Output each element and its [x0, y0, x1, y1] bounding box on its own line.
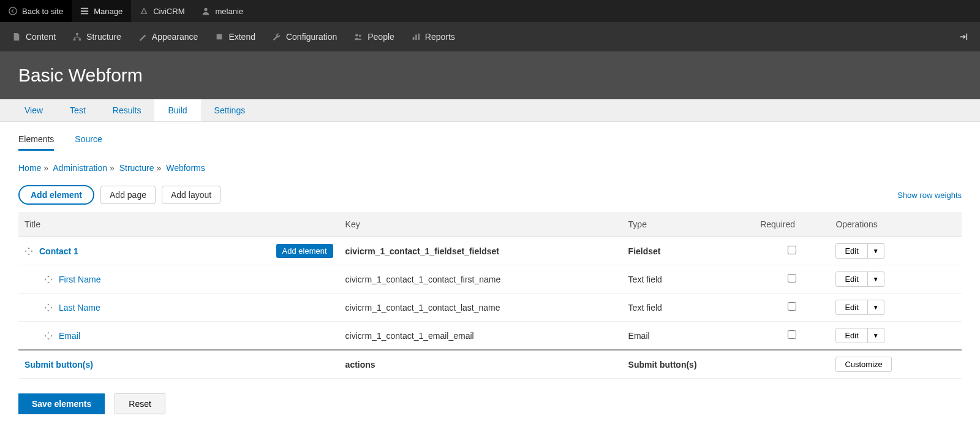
user-icon [202, 7, 210, 15]
manage-label: Manage [94, 7, 123, 16]
th-type: Type [622, 212, 755, 237]
edit-button[interactable]: Edit [835, 243, 867, 259]
table-row: Submit button(s)actionsSubmit button(s)C… [18, 350, 962, 379]
row-title-link[interactable]: Last Name [59, 303, 100, 313]
user-link[interactable]: melanie [193, 0, 252, 22]
file-icon [12, 32, 21, 41]
tab-settings[interactable]: Settings [201, 99, 259, 121]
operations-dropdown[interactable]: ▼ [868, 271, 884, 287]
customize-button[interactable]: Customize [835, 357, 891, 372]
row-type: Text field [622, 294, 755, 322]
drag-icon[interactable] [44, 332, 53, 340]
row-title-link[interactable]: Contact 1 [39, 246, 78, 256]
manage-link[interactable]: Manage [72, 0, 131, 22]
table-row: Contact 1Add elementcivicrm_1_contact_1_… [18, 237, 962, 265]
civicrm-label: CiviCRM [153, 7, 184, 16]
tab-view[interactable]: View [11, 99, 56, 121]
row-key: civicrm_1_contact_1_contact_first_name [339, 265, 622, 294]
row-add-element-button[interactable]: Add element [276, 244, 333, 258]
save-button[interactable]: Save elements [18, 393, 105, 414]
collapse-icon [959, 32, 968, 41]
civicrm-icon [140, 7, 148, 15]
chart-icon [412, 32, 420, 41]
menu-extend[interactable]: Extend [206, 22, 264, 51]
secondary-tabs: Elements Source [0, 122, 980, 151]
row-type: Email [622, 322, 755, 351]
hamburger-icon [80, 7, 89, 15]
menu-reports[interactable]: Reports [403, 22, 464, 51]
back-label: Back to site [22, 7, 63, 16]
tab-results[interactable]: Results [99, 99, 155, 121]
svg-rect-9 [415, 35, 417, 40]
row-key: civicrm_1_contact_1_contact_last_name [339, 294, 622, 322]
edit-button[interactable]: Edit [835, 271, 867, 287]
wand-icon [138, 32, 147, 41]
subtab-elements[interactable]: Elements [18, 129, 54, 151]
drag-icon[interactable] [44, 303, 53, 312]
form-actions: Save elements Reset [18, 393, 962, 414]
svg-rect-8 [413, 37, 415, 40]
breadcrumb: Home» Administration» Structure» Webform… [18, 163, 962, 173]
show-weights-link[interactable]: Show row weights [897, 191, 962, 200]
th-operations: Operations [829, 212, 962, 237]
drag-icon[interactable] [24, 247, 33, 256]
tab-test[interactable]: Test [56, 99, 99, 121]
menu-content[interactable]: Content [4, 22, 64, 51]
operations-dropdown[interactable]: ▼ [868, 243, 884, 259]
th-key: Key [339, 212, 622, 237]
table-row: First Namecivicrm_1_contact_1_contact_fi… [18, 265, 962, 294]
crumb-structure[interactable]: Structure [119, 163, 154, 173]
operations-dropdown[interactable]: ▼ [868, 328, 884, 343]
edit-button[interactable]: Edit [835, 328, 867, 343]
menu-people[interactable]: People [345, 22, 403, 51]
subtab-source[interactable]: Source [75, 129, 102, 151]
user-label: melanie [215, 7, 243, 16]
row-type: Text field [622, 265, 755, 294]
tab-build[interactable]: Build [154, 99, 200, 121]
add-layout-button[interactable]: Add layout [162, 186, 221, 204]
elements-table: Title Key Type Required Operations Conta… [18, 212, 962, 379]
row-key: civicrm_1_contact_1_email_email [339, 322, 622, 351]
operations-dropdown[interactable]: ▼ [868, 300, 884, 315]
required-checkbox[interactable] [788, 330, 796, 339]
table-row: Last Namecivicrm_1_contact_1_contact_las… [18, 294, 962, 322]
svg-point-0 [9, 7, 17, 15]
add-element-button[interactable]: Add element [18, 185, 94, 205]
th-title: Title [18, 212, 339, 237]
page-header: Basic Webform [0, 51, 980, 99]
admin-toolbar: Back to site Manage CiviCRM melanie [0, 0, 980, 22]
row-title-link[interactable]: First Name [59, 275, 100, 284]
toggle-orientation[interactable] [951, 22, 976, 51]
add-page-button[interactable]: Add page [100, 186, 156, 204]
puzzle-icon [215, 32, 224, 41]
action-buttons: Add element Add page Add layout Show row… [18, 185, 962, 205]
svg-rect-10 [418, 34, 420, 40]
chevron-left-icon [9, 7, 17, 15]
menu-appearance[interactable]: Appearance [130, 22, 207, 51]
crumb-admin[interactable]: Administration [53, 163, 107, 173]
row-title-link[interactable]: Email [59, 331, 80, 341]
row-title-link[interactable]: Submit button(s) [24, 360, 93, 370]
svg-point-1 [205, 8, 208, 11]
required-checkbox[interactable] [788, 246, 796, 254]
edit-button[interactable]: Edit [835, 300, 867, 315]
row-type: Fieldset [622, 237, 755, 265]
required-checkbox[interactable] [788, 302, 796, 311]
menu-configuration[interactable]: Configuration [264, 22, 345, 51]
crumb-webforms[interactable]: Webforms [166, 163, 205, 173]
svg-point-6 [355, 34, 358, 36]
menu-structure[interactable]: Structure [64, 22, 130, 51]
reset-button[interactable]: Reset [115, 393, 165, 414]
primary-tabs: View Test Results Build Settings [0, 99, 980, 122]
people-icon [354, 32, 363, 41]
crumb-home[interactable]: Home [18, 163, 41, 173]
page-title: Basic Webform [18, 65, 962, 86]
svg-rect-3 [74, 39, 76, 41]
back-to-site-link[interactable]: Back to site [0, 0, 72, 22]
required-checkbox[interactable] [788, 274, 796, 283]
drag-icon[interactable] [44, 275, 53, 284]
svg-point-7 [359, 35, 361, 37]
svg-rect-4 [79, 39, 81, 41]
admin-menu: Content Structure Appearance Extend Conf… [0, 22, 980, 51]
civicrm-link[interactable]: CiviCRM [131, 0, 193, 22]
